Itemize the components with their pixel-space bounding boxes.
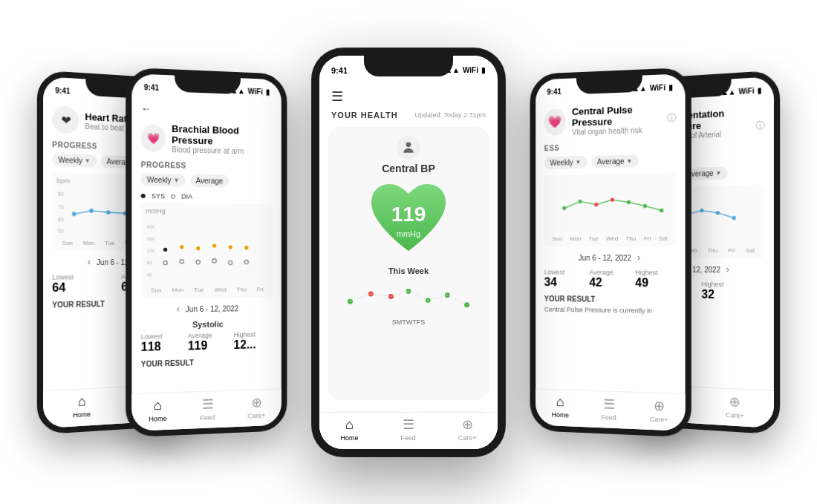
info-icon-right1[interactable]: ⓘ	[667, 111, 676, 125]
hamburger-icon[interactable]: ☰	[331, 88, 343, 105]
time-left2: 9:41	[55, 85, 70, 94]
central-bp-title: Central BP	[382, 163, 435, 174]
phone-center: 9:41 ▲▲▲ WiFi ▮ ☰ YOUR HEALTH Updated: T…	[312, 48, 505, 456]
sys-legend-dot	[141, 193, 146, 197]
nav-home-center[interactable]: ⌂ Home	[340, 417, 358, 442]
filter-avg-left1[interactable]: Average	[190, 174, 229, 187]
chevron-down-icon-left1: ▼	[174, 177, 180, 183]
battery-icon-center: ▮	[481, 66, 486, 74]
date-range-right1: Jun 6 - 12, 2022	[579, 253, 631, 261]
phone-right1: 9:41 ▲▲▲ WiFi ▮ 💗 Central Pulse Pressure…	[530, 67, 691, 437]
svg-text:80: 80	[58, 192, 64, 197]
wifi-icon-center: WiFi	[463, 66, 478, 74]
header-row-left1: ←	[141, 102, 273, 119]
section-right1: ESS	[544, 140, 677, 151]
bp-number: 119	[391, 203, 426, 226]
svg-text:50: 50	[58, 228, 64, 233]
back-arrow-left1[interactable]: ←	[141, 102, 152, 115]
screen-content-right1: 💗 Central Pulse Pressure Vital organ hea…	[536, 96, 685, 426]
battery-icon-right2: ▮	[758, 85, 762, 94]
bp-unit: mmHg	[397, 229, 420, 238]
week-days: S M T W T F S	[392, 318, 426, 326]
filter-weekly-left2[interactable]: Weekly ▼	[52, 153, 96, 167]
next-date-right2[interactable]: ›	[726, 264, 729, 275]
next-date-right1[interactable]: ›	[637, 252, 640, 263]
phones-container: 9:41 ▲▲ WiFi ▮ ❤ Heart Rate Beat to beat…	[0, 0, 817, 504]
week-chart-svg	[337, 280, 480, 317]
svg-text:120: 120	[147, 247, 155, 252]
nav-care-center[interactable]: ⊕ Care+	[458, 416, 477, 442]
feed-icon-center: ☰	[403, 416, 414, 433]
nav-care-left1[interactable]: ⊕ Care+	[247, 393, 265, 419]
stat-high-right2: Highest 32	[701, 280, 764, 301]
center-screen: ☰ YOUR HEALTH Updated: Today 2:31pm Ce	[319, 82, 498, 449]
filter-row-right1: Weekly ▼ Average ▼	[544, 154, 677, 169]
header-row-right1: 💗 Central Pulse Pressure Vital organ hea…	[544, 102, 677, 137]
svg-point-41	[660, 208, 663, 212]
header-text-left1: Brachial Blood Pressure Blood pressure a…	[172, 122, 273, 155]
time-center: 9:41	[331, 66, 348, 75]
filter-row-left1: Weekly ▼ Average	[141, 173, 273, 188]
screen-content-left1: ← 💗 Brachial Blood Pressure Blood pressu…	[131, 96, 281, 426]
stat-lowest-left1: Lowest 118	[141, 332, 182, 353]
svg-point-27	[406, 142, 411, 147]
title-right1: Central Pulse Pressure	[572, 102, 661, 128]
title-left1: Brachial Blood Pressure	[172, 122, 273, 148]
result-text-right1: Central Pulse Pressure is currently in	[544, 305, 677, 314]
wifi-icon-left1: WiFi	[248, 87, 263, 96]
svg-text:60: 60	[58, 217, 64, 222]
time-left1: 9:41	[144, 82, 159, 91]
stat-high-right1: Highest 49	[635, 269, 676, 290]
date-nav-left1: ‹ Jun 6 - 12, 2022	[141, 302, 273, 314]
systolic-label: Systolic	[141, 318, 273, 330]
svg-point-47	[732, 215, 736, 219]
center-header: ☰	[319, 82, 498, 108]
svg-point-20	[244, 246, 248, 249]
nav-care-right1[interactable]: ⊕ Care+	[650, 397, 668, 423]
your-health-bar: YOUR HEALTH Updated: Today 2:31pm	[319, 108, 498, 122]
svg-point-15	[163, 247, 167, 251]
feed-icon-right1: ☰	[603, 395, 615, 412]
wifi-icon-right2: WiFi	[739, 86, 755, 95]
nav-home-left1[interactable]: ⌂ Home	[149, 397, 166, 422]
chart-area-right1: Sun Mon Tue Wed Thu Fri Sat	[544, 172, 677, 246]
feed-icon-left1: ☰	[202, 395, 214, 412]
nav-feed-center[interactable]: ☰ Feed	[400, 416, 416, 442]
chevron-down-icon2-right2: ▼	[716, 169, 722, 176]
nav-home-right1[interactable]: ⌂ Home	[552, 394, 569, 419]
svg-point-4	[72, 212, 77, 216]
nav-care-right2[interactable]: ⊕ Care+	[726, 393, 744, 419]
svg-point-31	[406, 288, 411, 293]
this-week-label: This Week	[388, 266, 429, 275]
legend-row-left1: SYS DIA	[141, 192, 273, 200]
stat-avg-left1: Average 119	[188, 331, 228, 353]
prev-date-left1[interactable]: ‹	[177, 304, 180, 314]
phone-left1: 9:41 ▲▲▲ WiFi ▮ ← 💗 Brachial Blood Press…	[126, 67, 287, 437]
svg-point-38	[611, 197, 614, 201]
filter-weekly-right1[interactable]: Weekly ▼	[544, 155, 587, 168]
nav-feed-right1[interactable]: ☰ Feed	[602, 395, 616, 421]
info-icon-right2[interactable]: ⓘ	[756, 119, 765, 132]
svg-text:200: 200	[147, 223, 155, 229]
person-icon	[401, 140, 416, 155]
nav-feed-left1[interactable]: ☰ Feed	[200, 395, 215, 421]
filter-weekly-left1[interactable]: Weekly ▼	[141, 173, 186, 186]
care-icon-right2: ⊕	[729, 393, 740, 410]
svg-point-25	[229, 261, 232, 264]
stats-row-right1: Lowest 34 Average 42 Highest 49	[544, 268, 677, 289]
prev-date-left2[interactable]: ‹	[88, 257, 91, 267]
chart-svg-left1: 200 160 120 80 40	[146, 217, 269, 285]
nav-home-left2[interactable]: ⌂ Home	[73, 393, 91, 419]
svg-point-46	[716, 211, 720, 215]
chart-unit-left1: mmHg	[146, 207, 269, 216]
header-inner-right1: 💗 Central Pulse Pressure Vital organ hea…	[544, 102, 661, 137]
filter-avg-right1[interactable]: Average ▼	[591, 154, 638, 168]
svg-point-18	[212, 243, 216, 247]
svg-point-22	[180, 259, 183, 263]
home-icon-left1: ⌂	[154, 397, 162, 413]
wifi-icon-right1: WiFi	[650, 82, 665, 91]
your-result-right1: YOUR RESULT	[544, 295, 677, 304]
health-icon-circle	[397, 136, 420, 160]
chevron-down-icon2-right1: ▼	[627, 157, 633, 164]
home-icon-right1: ⌂	[556, 394, 564, 410]
